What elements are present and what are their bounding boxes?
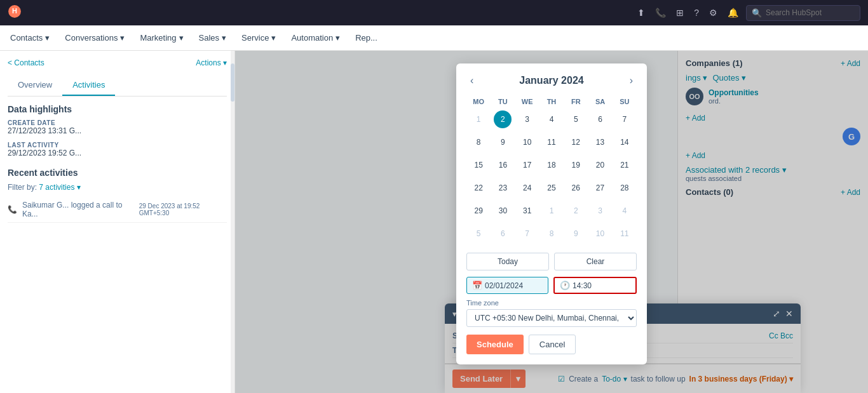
calendar-day[interactable]: 27 bbox=[592, 179, 609, 197]
calendar-day[interactable]: 9 bbox=[567, 225, 585, 243]
calendar-day[interactable]: 8 bbox=[470, 133, 487, 151]
tab-overview[interactable]: Overview bbox=[8, 75, 62, 96]
calendar-day[interactable]: 1 bbox=[470, 110, 487, 128]
calendar-day[interactable]: 26 bbox=[567, 179, 585, 197]
last-activity-label: LAST ACTIVITY bbox=[8, 142, 227, 149]
calendar-day[interactable]: 23 bbox=[494, 179, 512, 197]
filter-value[interactable]: 7 activities ▾ bbox=[39, 183, 80, 192]
date-input[interactable] bbox=[485, 281, 543, 290]
calendar-day-cell: 23 bbox=[491, 177, 515, 199]
calendar-day[interactable]: 9 bbox=[494, 133, 512, 151]
upload-icon[interactable]: ⬆ bbox=[635, 5, 648, 20]
calendar-day[interactable]: 17 bbox=[519, 156, 536, 174]
calendar-day-cell: 27 bbox=[588, 177, 612, 199]
nav-reports[interactable]: Rep... bbox=[355, 33, 377, 43]
calendar-day[interactable]: 5 bbox=[470, 225, 487, 243]
calendar-day[interactable]: 3 bbox=[592, 202, 609, 220]
day-header-fr: FR bbox=[564, 95, 588, 108]
calendar-day[interactable]: 21 bbox=[616, 156, 634, 174]
calendar-day[interactable]: 11 bbox=[616, 225, 634, 243]
calendar-day[interactable]: 16 bbox=[494, 156, 512, 174]
calendar-day[interactable]: 2 bbox=[494, 110, 512, 128]
calendar-day[interactable]: 7 bbox=[616, 110, 634, 128]
calendar-day[interactable]: 3 bbox=[519, 110, 536, 128]
day-header-we: WE bbox=[515, 95, 539, 108]
calendar-day[interactable]: 30 bbox=[494, 202, 512, 220]
calendar-day-cell: 28 bbox=[613, 177, 637, 199]
calendar-day[interactable]: 24 bbox=[519, 179, 536, 197]
tab-activities[interactable]: Activities bbox=[62, 75, 115, 96]
calendar-day[interactable]: 10 bbox=[592, 225, 609, 243]
calendar-day[interactable]: 19 bbox=[567, 156, 585, 174]
calendar-day-cell: 14 bbox=[613, 131, 637, 154]
calendar-day[interactable]: 18 bbox=[543, 156, 560, 174]
calendar-day-cell: 1 bbox=[466, 108, 491, 131]
actions-button[interactable]: Actions ▾ bbox=[196, 58, 227, 67]
calendar-day[interactable]: 12 bbox=[567, 133, 585, 151]
calendar-day[interactable]: 15 bbox=[470, 156, 487, 174]
bell-icon[interactable]: 🔔 bbox=[725, 5, 741, 20]
schedule-button[interactable]: Schedule bbox=[466, 335, 524, 354]
nav-sales[interactable]: Sales ▾ bbox=[199, 33, 227, 43]
activity-text: Saikumar G... logged a call to Ka... bbox=[22, 201, 134, 218]
help-icon[interactable]: ? bbox=[691, 5, 702, 20]
apps-icon[interactable]: ⊞ bbox=[674, 5, 686, 20]
calendar-day[interactable]: 14 bbox=[616, 133, 634, 151]
date-input-wrap[interactable]: 📅 bbox=[466, 277, 548, 294]
calendar-day[interactable]: 25 bbox=[543, 179, 560, 197]
calendar-day[interactable]: 4 bbox=[616, 202, 634, 220]
calendar-day-cell: 22 bbox=[466, 177, 491, 199]
calendar-day[interactable]: 31 bbox=[519, 202, 536, 220]
calendar-header: ‹ January 2024 › bbox=[466, 74, 637, 88]
settings-icon[interactable]: ⚙ bbox=[707, 5, 720, 20]
calendar-day[interactable]: 20 bbox=[592, 156, 609, 174]
calendar-day-cell: 25 bbox=[539, 177, 564, 199]
calendar-day[interactable]: 1 bbox=[543, 202, 560, 220]
nav-automation[interactable]: Automation ▾ bbox=[291, 33, 340, 43]
calendar-day[interactable]: 7 bbox=[519, 225, 536, 243]
chevron-down-icon: ▾ bbox=[45, 33, 50, 43]
sidebar-nav: < Contacts Actions ▾ bbox=[8, 58, 227, 67]
nav-marketing[interactable]: Marketing ▾ bbox=[140, 33, 183, 43]
scroll-thumb[interactable] bbox=[231, 63, 234, 102]
phone-icon[interactable]: 📞 bbox=[653, 5, 668, 20]
filter-label: Filter by: bbox=[8, 183, 37, 192]
search-bar[interactable]: 🔍 bbox=[746, 5, 860, 21]
data-highlights-section: Data highlights CREATE DATE 27/12/2023 1… bbox=[8, 104, 227, 157]
back-to-contacts-link[interactable]: < Contacts bbox=[8, 58, 44, 67]
calendar-day-cell: 6 bbox=[588, 108, 612, 131]
today-button[interactable]: Today bbox=[466, 253, 549, 270]
calendar-day[interactable]: 4 bbox=[543, 110, 560, 128]
calendar-next-button[interactable]: › bbox=[626, 74, 637, 88]
calendar-day-cell: 5 bbox=[466, 222, 491, 245]
calendar-day[interactable]: 22 bbox=[470, 179, 487, 197]
chevron-down-icon: ▾ bbox=[179, 33, 184, 43]
time-input-wrap[interactable]: 🕐 bbox=[553, 277, 637, 294]
calendar-day[interactable]: 11 bbox=[543, 133, 560, 151]
calendar-day[interactable]: 28 bbox=[616, 179, 634, 197]
calendar-prev-button[interactable]: ‹ bbox=[466, 74, 477, 88]
clear-button[interactable]: Clear bbox=[554, 253, 637, 270]
cancel-button[interactable]: Cancel bbox=[529, 335, 576, 354]
calendar-day[interactable]: 6 bbox=[494, 225, 512, 243]
nav-conversations[interactable]: Conversations ▾ bbox=[65, 33, 125, 43]
time-input[interactable] bbox=[573, 281, 630, 290]
create-date-field: CREATE DATE 27/12/2023 13:31 G... bbox=[8, 119, 227, 135]
calendar-day[interactable]: 6 bbox=[592, 110, 609, 128]
nav-contacts[interactable]: Contacts ▾ bbox=[10, 33, 50, 43]
hubspot-logo-icon[interactable]: H bbox=[8, 4, 22, 22]
calendar-day[interactable]: 29 bbox=[470, 202, 487, 220]
tabs-row: Overview Activities bbox=[8, 75, 227, 97]
calendar-day[interactable]: 13 bbox=[592, 133, 609, 151]
calendar-small-icon: 📅 bbox=[472, 281, 482, 290]
calendar-day[interactable]: 10 bbox=[519, 133, 536, 151]
calendar-day-cell: 12 bbox=[564, 131, 588, 154]
calendar-day-cell: 3 bbox=[588, 199, 612, 222]
nav-service[interactable]: Service ▾ bbox=[241, 33, 276, 43]
calendar-day[interactable]: 8 bbox=[543, 225, 560, 243]
calendar-day[interactable]: 2 bbox=[567, 202, 585, 220]
search-input[interactable] bbox=[766, 8, 855, 17]
timezone-select[interactable]: UTC +05:30 New Delhi, Mumbai, Chennai, K… bbox=[466, 309, 637, 327]
calendar-day[interactable]: 5 bbox=[567, 110, 585, 128]
calendar-day-cell: 16 bbox=[491, 154, 515, 177]
